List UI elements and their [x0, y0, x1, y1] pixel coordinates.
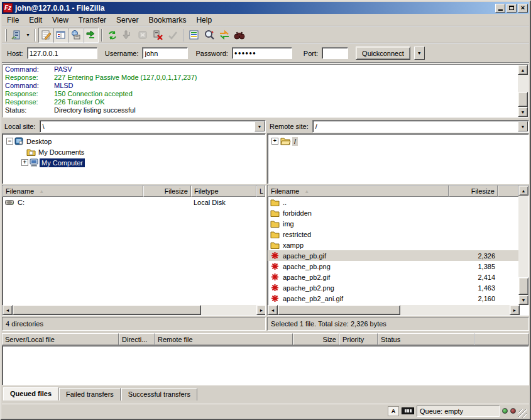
remote-file-row[interactable]: restricted	[268, 229, 518, 240]
scroll-up-icon[interactable]: ▲	[518, 65, 528, 75]
menu-help[interactable]: Help	[191, 14, 217, 26]
log-line: Response:226 Transfer OK	[5, 98, 528, 106]
tree-item-my-documents[interactable]: My Documents	[3, 146, 265, 157]
column-header-direction[interactable]: Directi...	[119, 333, 155, 345]
toggle-queue-button[interactable]	[84, 28, 99, 43]
local-file-row[interactable]: C: Local Disk	[3, 197, 265, 207]
cancel-button[interactable]	[135, 28, 150, 43]
compare-icon	[204, 30, 215, 41]
tab-failed-transfers[interactable]: Failed transfers	[59, 388, 121, 401]
column-header-filesize[interactable]: Filesize	[143, 185, 191, 197]
expand-icon[interactable]: +	[271, 138, 278, 145]
remote-file-row[interactable]: apache_pb2.gif 2,414	[268, 272, 518, 282]
column-header-filename[interactable]: Filename▲	[3, 185, 143, 197]
tab-queued-files[interactable]: Queued files	[3, 387, 58, 401]
username-input[interactable]	[142, 47, 188, 59]
resize-grip[interactable]	[518, 409, 527, 417]
menu-transfer[interactable]: Transfer	[74, 14, 111, 26]
tree-item-my-computer[interactable]: + My Computer	[3, 157, 265, 168]
directory-comparison-button[interactable]	[202, 28, 217, 43]
image-file-icon	[269, 251, 280, 260]
remote-file-row[interactable]: apache_pb2.png 1,463	[268, 282, 518, 293]
expand-icon[interactable]: +	[21, 159, 28, 166]
site-manager-dropdown[interactable]: ▼	[24, 28, 32, 43]
tree-item-root[interactable]: + /	[268, 136, 528, 146]
quickconnect-button[interactable]: Quickconnect	[356, 47, 410, 60]
remote-file-row[interactable]: ..	[268, 197, 518, 207]
remote-file-row[interactable]: forbidden	[268, 207, 518, 218]
toolbar: ▼	[2, 27, 529, 43]
column-header-last-modified[interactable]: L	[256, 185, 265, 197]
password-input[interactable]	[232, 47, 292, 59]
toggle-log-button[interactable]	[38, 28, 53, 43]
remote-file-row[interactable]: img	[268, 218, 518, 229]
menu-file[interactable]: File	[2, 14, 24, 26]
remote-file-row-selected[interactable]: apache_pb.gif 2,326	[268, 250, 518, 261]
local-directory-tree[interactable]: − Desktop My Documents + My Computer	[2, 133, 266, 184]
scroll-down-icon[interactable]: ▼	[518, 295, 528, 305]
column-header-server-local-file[interactable]: Server/Local file	[2, 333, 119, 345]
remote-directory-tree[interactable]: + /	[267, 133, 529, 184]
tab-successful-transfers[interactable]: Successful transfers	[121, 388, 197, 401]
remote-site-value: /	[315, 123, 317, 130]
refresh-button[interactable]	[105, 28, 120, 43]
scroll-right-icon[interactable]: ►	[510, 305, 520, 315]
scroll-left-icon[interactable]: ◄	[3, 305, 13, 315]
scroll-down-icon[interactable]: ▼	[518, 107, 528, 117]
close-button[interactable]: ×	[518, 4, 528, 13]
menu-bookmarks[interactable]: Bookmarks	[143, 14, 191, 26]
column-header-priority[interactable]: Priority	[339, 333, 378, 345]
column-label: Server/Local file	[5, 336, 55, 343]
log-scrollbar[interactable]: ▲ ▼	[518, 65, 528, 117]
host-input[interactable]	[27, 47, 97, 59]
tree-item-desktop[interactable]: − Desktop	[3, 136, 265, 146]
column-header-filesize[interactable]: Filesize	[449, 185, 498, 197]
menu-edit[interactable]: Edit	[24, 14, 47, 26]
find-files-button[interactable]	[232, 28, 247, 43]
toggle-remote-tree-button[interactable]	[68, 28, 84, 43]
maximize-button[interactable]	[506, 4, 517, 13]
column-label: Filesize	[165, 187, 188, 195]
port-input[interactable]	[322, 47, 348, 59]
log-line: Command:PASV	[5, 65, 528, 74]
remote-site-combo[interactable]: / ▼	[312, 120, 529, 133]
filename-cell: apache_pb2.png	[280, 284, 449, 292]
queue-list[interactable]	[2, 345, 529, 385]
scroll-up-icon[interactable]: ▲	[518, 185, 528, 196]
scroll-left-icon[interactable]: ◄	[268, 305, 278, 315]
scrollbar-thumb[interactable]	[278, 305, 400, 315]
combo-dropdown-button[interactable]: ▼	[255, 121, 265, 131]
scrollbar-thumb[interactable]	[518, 277, 528, 295]
menu-view[interactable]: View	[47, 14, 74, 26]
filter-button[interactable]	[187, 28, 202, 43]
my-computer-icon	[28, 158, 40, 167]
collapse-icon[interactable]: −	[6, 138, 13, 145]
column-header-status[interactable]: Status	[378, 333, 474, 345]
disconnect-button[interactable]	[150, 28, 165, 43]
remote-file-row[interactable]: apache_pb.png 1,385	[268, 261, 518, 272]
remote-site-label: Remote site:	[267, 123, 312, 130]
local-site-label: Local site:	[2, 123, 40, 130]
combo-dropdown-button[interactable]: ▼	[518, 121, 528, 131]
local-horizontal-scrollbar[interactable]: ◄ ►	[3, 305, 266, 315]
minimize-button[interactable]	[495, 4, 505, 13]
synchronized-browsing-button[interactable]	[217, 28, 232, 43]
site-manager-button[interactable]	[9, 28, 24, 43]
menu-server[interactable]: Server	[111, 14, 143, 26]
column-header-filename[interactable]: Filename▲	[268, 185, 449, 197]
column-header-size[interactable]: Size	[293, 333, 339, 345]
toggle-local-tree-button[interactable]	[53, 28, 68, 43]
remote-file-row[interactable]: apache_pb2_ani.gif 2,160	[268, 293, 518, 304]
scroll-right-icon[interactable]: ►	[256, 305, 266, 315]
local-site-combo[interactable]: \ ▼	[40, 120, 266, 133]
remote-file-row[interactable]: xampp	[268, 240, 518, 250]
quickconnect-dropdown[interactable]: ▼	[414, 47, 425, 60]
scrollbar-thumb[interactable]	[518, 92, 528, 107]
remote-vertical-scrollbar[interactable]: ▲ ▼	[518, 185, 528, 305]
remote-horizontal-scrollbar[interactable]: ◄ ►	[268, 305, 520, 315]
process-queue-button[interactable]	[120, 28, 135, 43]
reconnect-button[interactable]	[165, 28, 180, 43]
column-header-filetype[interactable]: Filetype	[191, 185, 256, 197]
scrollbar-thumb[interactable]	[13, 305, 201, 315]
column-header-remote-file[interactable]: Remote file	[155, 333, 293, 345]
